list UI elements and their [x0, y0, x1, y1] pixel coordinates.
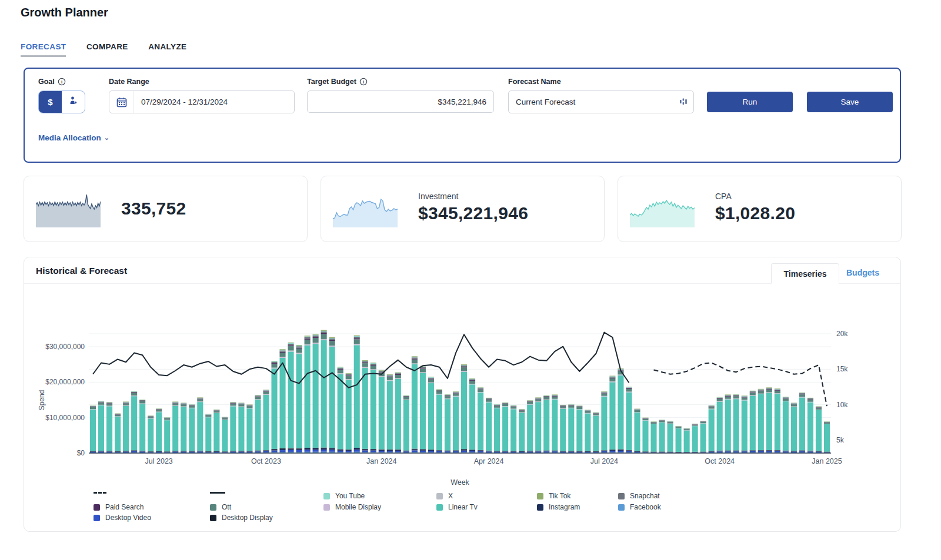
- kpi-sparkline: [333, 189, 398, 227]
- legend-item-tik-tok: Tik Tok: [537, 492, 570, 500]
- legend-item-ott: Ott: [210, 503, 231, 511]
- legend-historical-solid-line: [210, 492, 225, 494]
- kpi-sparkline: [630, 189, 695, 227]
- legend-item-mobile-display: Mobile Display: [323, 503, 381, 511]
- person-goal-icon: [68, 96, 78, 108]
- svg-text:10k: 10k: [836, 401, 848, 409]
- tab-budgets[interactable]: Budgets: [846, 268, 879, 277]
- svg-text:$0: $0: [77, 449, 85, 457]
- target-budget-label: Target Budget i: [307, 78, 368, 86]
- svg-text:$30,000,000: $30,000,000: [45, 343, 85, 351]
- kpi-card-investment: Investment $345,221,946: [321, 176, 605, 242]
- legend-item-paid-search: Paid Search: [94, 503, 144, 511]
- legend-swatch: [210, 504, 216, 511]
- media-allocation-toggle[interactable]: Media Allocation ⌄: [38, 133, 109, 142]
- goal-label: Goal i: [38, 78, 66, 86]
- kpi-label: Investment: [418, 192, 458, 201]
- svg-text:Apr 2024: Apr 2024: [474, 457, 504, 465]
- legend-swatch: [618, 504, 625, 511]
- kpi-value: 335,752: [121, 199, 186, 219]
- legend-swatch: [94, 515, 100, 521]
- legend-item-linear-tv: Linear Tv: [436, 503, 478, 511]
- goal-toggle: $: [38, 90, 85, 113]
- legend-label: Snapchat: [630, 492, 660, 500]
- legend-item-desktop-display: Desktop Display: [210, 514, 273, 522]
- svg-text:Jan 2025: Jan 2025: [812, 457, 842, 465]
- svg-text:20k: 20k: [836, 330, 848, 338]
- svg-text:Jul 2023: Jul 2023: [145, 457, 173, 465]
- target-budget-input[interactable]: [307, 90, 494, 113]
- kpi-value: $345,221,946: [418, 203, 528, 223]
- svg-text:Jul 2024: Jul 2024: [590, 457, 618, 465]
- tab-forecast[interactable]: FORECAST: [21, 42, 66, 57]
- legend-item-you-tube: You Tube: [323, 492, 365, 500]
- legend-label: Desktop Display: [222, 514, 273, 522]
- svg-text:i: i: [363, 79, 364, 85]
- kpi-sparkline: [36, 189, 101, 227]
- legend-swatch: [94, 504, 100, 511]
- legend-swatch: [323, 493, 330, 499]
- forecast-name-input[interactable]: [508, 90, 694, 113]
- legend-swatch: [537, 493, 543, 499]
- legend-label: Desktop Video: [105, 514, 151, 522]
- legend-label: You Tube: [335, 492, 365, 500]
- svg-text:Spend: Spend: [38, 390, 46, 411]
- info-icon[interactable]: i: [58, 78, 66, 86]
- dash-swatch: [94, 492, 106, 494]
- save-button[interactable]: Save: [807, 92, 893, 112]
- legend-swatch: [323, 504, 330, 511]
- legend-item-facebook: Facebook: [618, 503, 661, 511]
- goal-person-button[interactable]: [62, 91, 85, 113]
- date-range-input[interactable]: 07/29/2024 - 12/31/2024: [109, 90, 295, 113]
- chart-panel-title: Historical & Forecast: [36, 266, 127, 276]
- date-range-value: 07/29/2024 - 12/31/2024: [134, 98, 228, 106]
- info-icon[interactable]: i: [359, 78, 368, 86]
- legend-item-snapchat: Snapchat: [618, 492, 660, 500]
- legend-label: Tik Tok: [549, 492, 570, 500]
- legend-forecast-dashed-line: [94, 492, 106, 494]
- chevron-down-icon: ⌄: [104, 134, 109, 142]
- panel-header-divider: [24, 283, 900, 284]
- spend-timeseries-chart[interactable]: $0$10,000,000$20,000,000$30,000,0005k10k…: [36, 321, 895, 468]
- forecast-name-label: Forecast Name: [508, 78, 561, 86]
- legend-item-desktop-video: Desktop Video: [94, 514, 151, 522]
- svg-text:15k: 15k: [836, 365, 848, 373]
- forecast-name-wrap: [508, 90, 694, 113]
- legend-item-x: X: [436, 492, 453, 500]
- svg-text:$20,000,000: $20,000,000: [45, 378, 85, 386]
- legend-label: Mobile Display: [335, 503, 381, 511]
- date-range-label: Date Range: [109, 78, 149, 86]
- legend-label: Instagram: [549, 503, 580, 511]
- legend-label: X: [448, 492, 453, 500]
- line-swatch: [210, 492, 225, 494]
- tab-timeseries[interactable]: Timeseries: [771, 263, 839, 284]
- page-title: Growth Planner: [21, 6, 108, 19]
- dollar-icon: $: [48, 97, 52, 107]
- kpi-card-cpa: CPA $1,028.20: [618, 176, 902, 242]
- legend-label: Linear Tv: [448, 503, 478, 511]
- legend-swatch: [618, 493, 625, 499]
- legend-label: Paid Search: [105, 503, 144, 511]
- svg-text:$10,000,000: $10,000,000: [45, 414, 85, 422]
- svg-text:Oct 2023: Oct 2023: [251, 457, 281, 465]
- legend-swatch: [537, 504, 543, 511]
- growth-planner-app: Growth Planner FORECAST COMPARE ANALYZE …: [0, 0, 941, 560]
- calendar-icon[interactable]: [109, 91, 134, 113]
- historical-forecast-panel: Historical & Forecast Timeseries Budgets…: [24, 257, 901, 532]
- kpi-label: CPA: [715, 192, 732, 201]
- legend-swatch: [210, 515, 216, 521]
- svg-text:Oct 2024: Oct 2024: [705, 457, 735, 465]
- tab-analyze[interactable]: ANALYZE: [148, 42, 186, 55]
- tab-compare[interactable]: COMPARE: [86, 42, 128, 55]
- legend-swatch: [436, 493, 443, 499]
- x-axis-title: Week: [89, 478, 831, 487]
- goal-dollar-button[interactable]: $: [39, 91, 62, 113]
- legend-label: Ott: [222, 503, 231, 511]
- run-button[interactable]: Run: [707, 92, 793, 112]
- svg-text:i: i: [61, 79, 62, 85]
- kpi-value: $1,028.20: [715, 203, 795, 223]
- legend-swatch: [436, 504, 443, 511]
- legend-item-instagram: Instagram: [537, 503, 580, 511]
- main-tabs: FORECAST COMPARE ANALYZE: [21, 41, 204, 57]
- forecast-name-bars-icon[interactable]: [679, 97, 688, 109]
